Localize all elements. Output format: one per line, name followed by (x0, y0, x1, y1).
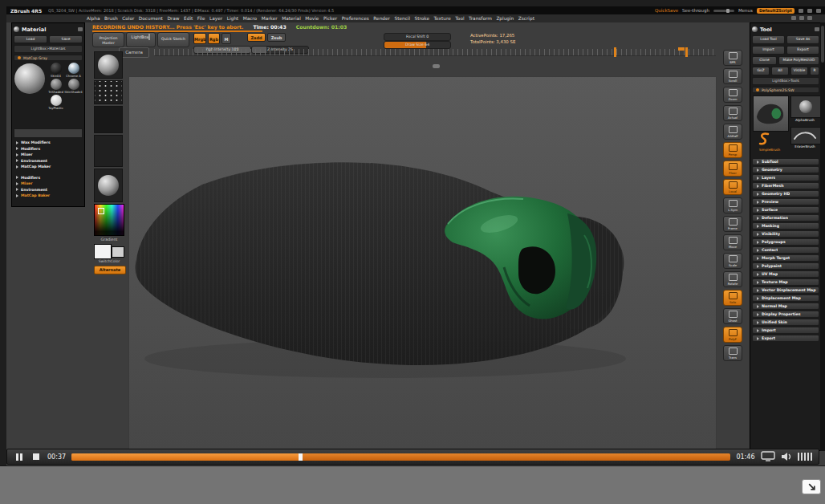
panel-menu-icon[interactable] (815, 27, 819, 31)
tool-section-row[interactable]: Texture Map (752, 278, 819, 286)
tool-section-row[interactable]: SubTool (752, 158, 819, 165)
seek-bar[interactable] (71, 453, 730, 461)
color-picker[interactable] (94, 204, 124, 236)
right-shelf-button[interactable]: Trans (723, 345, 742, 361)
menu-item[interactable]: Texture (434, 16, 451, 21)
interface-icon[interactable] (807, 16, 812, 20)
tool-section-row[interactable]: FiberMesh (752, 182, 819, 189)
model-3d[interactable] (128, 76, 717, 449)
switch-color-label[interactable]: SwitchColor (94, 259, 124, 263)
menu-item[interactable]: Macro (243, 16, 258, 21)
tool-section-row[interactable]: Polypaint (752, 262, 819, 270)
canvas-top-handle[interactable] (433, 64, 440, 68)
menu-item[interactable]: Zscript (518, 16, 534, 21)
lightbox-tools-button[interactable]: LightBox>Tools (752, 77, 819, 85)
zadd-button[interactable]: Zadd (247, 33, 266, 42)
right-shelf-button[interactable]: Ghost (723, 308, 742, 324)
menu-item[interactable]: Preferences (342, 16, 369, 21)
tool-section-row[interactable]: Morph Target (752, 254, 819, 262)
tool-section-row[interactable]: UV Map (752, 270, 819, 278)
lightbox-button[interactable]: LightBox (126, 32, 156, 47)
right-shelf-button[interactable]: PolyF (723, 327, 742, 343)
volume-button[interactable] (781, 449, 792, 465)
clone-button[interactable]: Clone (752, 56, 777, 65)
material-load-button[interactable]: Load (14, 35, 47, 43)
tool-section-row[interactable]: Import (752, 327, 819, 334)
mrgb-button[interactable]: Mrgb (193, 33, 206, 44)
material-subpalette-row[interactable]: Modifiers (14, 146, 83, 152)
tool-section-row[interactable]: Vector Displacement Map (752, 287, 819, 294)
right-shelf-button[interactable]: Move (723, 234, 742, 250)
goz-all-button[interactable]: All (771, 67, 789, 75)
right-shelf-button[interactable]: Actual (723, 105, 742, 121)
pause-button[interactable] (14, 452, 25, 461)
tool-section-row[interactable]: Preview (752, 198, 819, 205)
menu-item[interactable]: Brush (104, 16, 118, 21)
active-material-sphere[interactable] (14, 63, 45, 94)
menu-item[interactable]: Transform (469, 16, 492, 21)
right-shelf-button[interactable]: Local (723, 179, 742, 195)
menu-bars-button[interactable] (798, 453, 813, 461)
menu-item[interactable]: Movie (305, 16, 319, 21)
tool-section-row[interactable]: Displacement Map (752, 295, 819, 302)
material-subpalette-row[interactable]: Mixer (14, 181, 83, 187)
simple-brush-icon[interactable] (755, 132, 773, 146)
goz-button[interactable]: GoZ (752, 67, 770, 75)
zsub-button[interactable]: Zsub (267, 33, 286, 42)
timeline-ticks[interactable] (154, 49, 716, 56)
material-swatch[interactable]: TriShaded (47, 79, 64, 94)
tool-section-row[interactable]: Export (752, 335, 819, 342)
right-shelf-button[interactable]: Zoom (723, 87, 742, 103)
material-subpalette-row[interactable]: MatCap Baker (14, 193, 83, 199)
timeline-marker-flag[interactable] (678, 47, 685, 51)
playhead[interactable] (299, 453, 303, 461)
current-material-thumbnail[interactable] (94, 169, 123, 202)
scrollbar-thumb[interactable] (821, 26, 824, 63)
tool-section-row[interactable]: Normal Map (752, 303, 819, 310)
menu-item[interactable]: Zplugin (496, 16, 514, 21)
current-brush-thumbnail[interactable] (94, 51, 123, 79)
menu-item[interactable]: Material (282, 16, 301, 21)
material-subpalette-row[interactable]: Environment (14, 187, 83, 193)
active-tool-selector[interactable]: PolySphere25:SW (752, 87, 819, 93)
menu-item[interactable]: File (197, 16, 205, 21)
see-through-slider[interactable] (713, 10, 734, 12)
tool-section-row[interactable]: Visibility (752, 230, 819, 238)
menu-item[interactable]: Render (373, 16, 390, 21)
tool-section-row[interactable]: Masking (752, 222, 819, 230)
current-stroke-thumbnail[interactable] (94, 80, 123, 104)
focal-shift-slider[interactable]: Focal Shift 0 (384, 33, 451, 41)
window-icon[interactable] (807, 9, 812, 13)
menu-item[interactable]: Color (122, 16, 134, 21)
stop-button[interactable] (30, 452, 42, 461)
timeline-track-label[interactable]: Camera (119, 47, 149, 58)
recent-tool-thumbnail[interactable] (790, 127, 821, 144)
material-subpalette-row[interactable]: Wax Modifiers (14, 140, 83, 146)
goz-visible-button[interactable]: Visible (790, 67, 808, 75)
current-alpha-thumbnail[interactable] (94, 106, 123, 133)
right-shelf-button[interactable]: Scroll (723, 68, 742, 84)
make-polymesh3d-button[interactable]: Make PolyMesh3D (778, 56, 819, 65)
material-selector[interactable]: MatCap Gray (14, 55, 83, 61)
material-swatch[interactable]: Chrome A (65, 63, 82, 78)
tool-section-row[interactable]: Geometry HD (752, 190, 819, 197)
flat-color-preview[interactable] (14, 128, 83, 138)
window-icon[interactable] (816, 9, 821, 13)
save-as-button[interactable]: Save As (786, 35, 819, 44)
menu-item[interactable]: Stroke (415, 16, 429, 21)
right-shelf-button[interactable]: AAHalf (723, 124, 742, 140)
tool-section-row[interactable]: Surface (752, 206, 819, 213)
timeline-marker[interactable] (685, 47, 688, 57)
default-zscript-button[interactable]: DefaultZScript (757, 8, 795, 14)
menu-item[interactable]: Edit (184, 16, 193, 21)
material-subpalette-row[interactable]: MatCap Maker (14, 164, 83, 170)
secondary-color-swatch[interactable] (112, 246, 124, 258)
lightbox-materials-button[interactable]: LightBox>Materials (14, 45, 83, 53)
menus-toggle[interactable]: Menus (738, 8, 753, 13)
right-shelf-button[interactable]: Scale (723, 253, 742, 269)
active-tool-thumbnail[interactable] (753, 96, 789, 132)
material-swatch[interactable]: ToyPlastic (47, 95, 64, 110)
tool-section-row[interactable]: Layers (752, 174, 819, 181)
alternate-button[interactable]: Alternate (94, 266, 126, 274)
interface-icon[interactable] (791, 16, 796, 20)
